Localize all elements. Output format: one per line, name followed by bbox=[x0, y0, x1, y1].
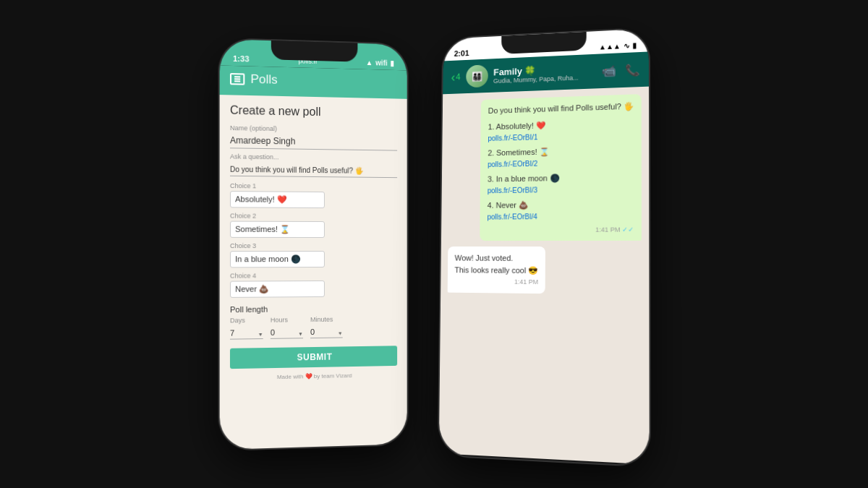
footer-text: Made with ❤️ by team Vizard bbox=[230, 371, 397, 381]
wa-poll-timestamp: 1:41 PM ✓✓ bbox=[487, 224, 634, 234]
submit-button[interactable]: SUBMIT bbox=[230, 346, 397, 369]
name-label: Name (optional) bbox=[230, 124, 397, 134]
wa-contact-info: Family 🍀 Gudia, Mummy, Papa, Ruha... bbox=[493, 62, 596, 84]
wa-back-button[interactable]: ‹ 4 bbox=[451, 69, 461, 85]
choice-1-input[interactable]: Absolutely! ❤️ bbox=[230, 191, 325, 208]
wa-poll-choice-4: 4. Never 💩 polls.fr/-EOrBI/4 bbox=[488, 197, 634, 223]
poll-length-title: Poll length bbox=[230, 303, 397, 313]
status-icons-left: ▲ wifi ▮ bbox=[366, 58, 395, 67]
wa-received-text: Wow! Just voted.This looks really cool 😎 bbox=[454, 252, 538, 275]
signal-icon: ▲ bbox=[366, 58, 373, 66]
days-select[interactable]: 7123 bbox=[230, 326, 263, 339]
days-label: Days bbox=[230, 316, 263, 324]
notch-right bbox=[501, 31, 587, 53]
question-label: Ask a question... bbox=[230, 153, 397, 162]
wa-time: 2:01 bbox=[454, 48, 469, 57]
phone-call-icon[interactable]: 📞 bbox=[625, 62, 639, 77]
wa-link-1[interactable]: polls.fr/-EOrBI/1 bbox=[488, 133, 537, 142]
wa-avatar: 👨‍👩‍👧‍👦 bbox=[466, 64, 488, 87]
wa-received-bubble: Wow! Just voted.This looks really cool 😎… bbox=[448, 246, 545, 293]
choice-3-input[interactable]: In a blue moon 🌑 bbox=[230, 250, 325, 267]
wa-link-4[interactable]: polls.fr/-EOrBI/4 bbox=[488, 213, 537, 221]
choice-1-label: Choice 1 bbox=[230, 181, 397, 190]
wa-link-2[interactable]: polls.fr/-EOrBI/2 bbox=[488, 159, 537, 168]
choice-3-label: Choice 3 bbox=[230, 241, 397, 249]
wa-battery-icon: ▮ bbox=[632, 41, 637, 49]
choice-4-label: Choice 4 bbox=[230, 271, 397, 279]
polls-icon bbox=[230, 73, 244, 85]
poll-length-section: Poll length Days 7123 Hours 01612 bbox=[230, 303, 397, 339]
read-receipt-icon: ✓✓ bbox=[622, 225, 634, 232]
minutes-dropdown-group: Minutes 0153045 bbox=[310, 315, 343, 338]
wa-status-icons: ▲▲▲ ∿ ▮ bbox=[599, 41, 637, 51]
dropdowns-row: Days 7123 Hours 01612 bbox=[230, 314, 397, 339]
choice-2-input[interactable]: Sometimes! ⌛ bbox=[230, 221, 325, 237]
battery-icon: ▮ bbox=[390, 59, 394, 67]
question-input[interactable] bbox=[230, 163, 397, 178]
minutes-select[interactable]: 0153045 bbox=[310, 325, 343, 338]
hours-dropdown-group: Hours 01612 bbox=[271, 316, 303, 339]
notch-left bbox=[271, 40, 358, 61]
wa-received-timestamp: 1:41 PM bbox=[454, 277, 538, 287]
time-left: 1:33 bbox=[233, 53, 249, 63]
polls-title: Polls bbox=[250, 72, 277, 87]
wa-link-3[interactable]: polls.fr/-EOrBI/3 bbox=[488, 186, 537, 194]
choices-section: Choice 1 Absolutely! ❤️ Choice 2 Sometim… bbox=[230, 181, 397, 297]
left-phone: 1:33 polls.fr ▲ wifi ▮ Polls Create a ne… bbox=[220, 38, 407, 449]
polls-body: Create a new poll Name (optional) Ask a … bbox=[220, 95, 407, 450]
wa-poll-choice-2: 2. Sometimes! ⌛ polls.fr/-EOrBI/2 bbox=[488, 143, 634, 170]
hours-select[interactable]: 01612 bbox=[271, 326, 303, 339]
wa-poll-choice-3: 3. In a blue moon 🌑 polls.fr/-EOrBI/3 bbox=[488, 170, 634, 196]
wa-poll-question: Do you think you will find Polls useful?… bbox=[488, 100, 634, 116]
wifi-icon: wifi bbox=[375, 59, 387, 67]
video-call-icon[interactable]: 📹 bbox=[602, 63, 616, 77]
days-dropdown-group: Days 7123 bbox=[230, 316, 263, 339]
polls-header: Polls bbox=[220, 65, 407, 98]
wa-chat-background: Do you think you will find Polls useful?… bbox=[439, 86, 650, 464]
create-poll-title: Create a new poll bbox=[230, 103, 397, 120]
wa-poll-bubble: Do you think you will find Polls useful?… bbox=[480, 94, 642, 241]
minutes-label: Minutes bbox=[310, 315, 343, 322]
wa-signal-icon: ▲▲▲ bbox=[599, 42, 621, 51]
back-chevron-icon: ‹ bbox=[451, 69, 456, 84]
wa-poll-choice-1: 1. Absolutely! ❤️ polls.fr/-EOrBI/1 bbox=[488, 116, 634, 144]
right-phone: 2:01 ▲▲▲ ∿ ▮ ‹ 4 👨‍👩‍👧‍👦 Family 🍀 Gudia,… bbox=[439, 28, 650, 466]
name-input[interactable] bbox=[230, 134, 397, 151]
choice-2-label: Choice 2 bbox=[230, 212, 397, 220]
wa-wifi-icon: ∿ bbox=[624, 41, 629, 49]
wa-back-count: 4 bbox=[456, 72, 460, 82]
hours-label: Hours bbox=[271, 316, 303, 324]
choice-4-input[interactable]: Never 💩 bbox=[230, 280, 325, 297]
wa-header-icons: 📹 📞 bbox=[602, 62, 640, 77]
